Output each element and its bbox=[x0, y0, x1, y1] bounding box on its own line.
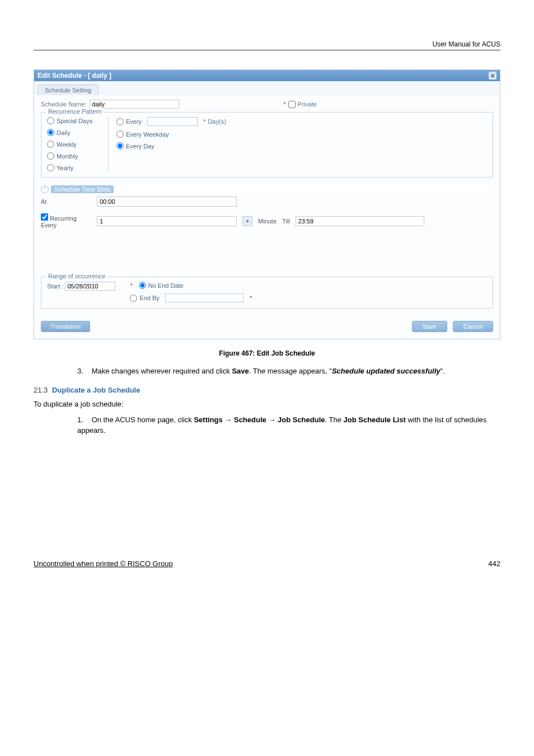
schedule-name-input[interactable] bbox=[90, 100, 179, 109]
t: Job Schedule bbox=[278, 416, 325, 424]
header-rule bbox=[34, 50, 500, 50]
figure-caption: Figure 467: Edit Job Schedule bbox=[34, 339, 500, 366]
radio-daily[interactable] bbox=[47, 129, 54, 136]
t: Make changes wherever required and click bbox=[92, 367, 232, 375]
footer-page-number: 442 bbox=[488, 559, 500, 568]
t: . The message appears, " bbox=[249, 367, 332, 375]
t: ". bbox=[441, 367, 445, 375]
t: On the ACUS home page, click bbox=[92, 416, 194, 424]
daily-label: Daily bbox=[57, 129, 70, 136]
time-slots-header: Schedule Time Slots bbox=[51, 185, 114, 193]
section-heading: 21.3 Duplicate a Job Schedule bbox=[34, 377, 500, 400]
every-weekday-label: Every Weekday bbox=[126, 131, 169, 138]
chevron-down-icon[interactable]: ▾ bbox=[242, 216, 252, 226]
radio-every-weekday[interactable] bbox=[116, 130, 124, 138]
t: → bbox=[266, 416, 278, 424]
private-label: Private bbox=[298, 101, 317, 108]
no-end-label: No End Date bbox=[148, 282, 184, 289]
step-1: 1. On the ACUS home page, click Settings… bbox=[34, 415, 500, 436]
dialog-tabs: Schedule Setting bbox=[34, 81, 500, 95]
every-label: Every bbox=[126, 118, 142, 125]
radio-weekly[interactable] bbox=[47, 141, 54, 148]
start-date-input[interactable] bbox=[65, 282, 115, 291]
range-legend: Range of occurrence bbox=[46, 273, 107, 279]
recurrence-legend: Recurrence Pattern bbox=[46, 108, 104, 115]
radio-every-day[interactable] bbox=[116, 142, 124, 150]
t: Save bbox=[232, 367, 249, 375]
radio-special-days[interactable] bbox=[47, 117, 54, 124]
dialog-title-bar: Edit Schedule - [ daily ] ✕ bbox=[34, 70, 500, 81]
footer-left: Uncontrolled when printed © RISCO Group bbox=[34, 559, 173, 568]
t: Job Schedule List bbox=[344, 416, 406, 424]
step-1-number: 1. bbox=[77, 415, 90, 426]
cancel-button[interactable]: Cancel bbox=[453, 321, 493, 332]
step-3: 3. Make changes wherever required and cl… bbox=[34, 366, 500, 377]
recurrence-pattern: Recurrence Pattern Special Days Daily We… bbox=[41, 112, 493, 178]
page-header: User Manual for ACUS bbox=[34, 40, 500, 50]
days-input[interactable] bbox=[147, 117, 198, 126]
start-label: Start : bbox=[47, 283, 63, 290]
dialog-title: Edit Schedule - [ daily ] bbox=[38, 72, 111, 80]
days-label: Day(s) bbox=[208, 118, 226, 125]
end-by-label: End By bbox=[139, 295, 159, 301]
section-title: Duplicate a Job Schedule bbox=[52, 386, 140, 394]
save-button[interactable]: Save bbox=[412, 321, 447, 332]
radio-no-end[interactable] bbox=[139, 282, 146, 289]
dialog-edit-schedule: Edit Schedule - [ daily ] ✕ Schedule Set… bbox=[34, 69, 500, 339]
tab-schedule-setting[interactable]: Schedule Setting bbox=[38, 85, 99, 95]
every-day-label: Every Day bbox=[126, 143, 154, 150]
t: → bbox=[223, 416, 234, 424]
schedule-name-label: Schedule Name: bbox=[41, 101, 86, 108]
private-checkbox[interactable] bbox=[288, 101, 296, 108]
radio-monthly[interactable] bbox=[47, 152, 54, 160]
radio-every-n[interactable] bbox=[116, 118, 124, 125]
range-of-occurrence: Range of occurrence Start : * No End Dat… bbox=[41, 277, 493, 309]
step-3-number: 3. bbox=[77, 366, 90, 377]
intro-text: To duplicate a job schedule: bbox=[34, 400, 500, 415]
yearly-label: Yearly bbox=[57, 165, 73, 171]
at-input[interactable] bbox=[97, 197, 237, 207]
minute-label: Minute bbox=[258, 218, 277, 225]
radio-end-by[interactable] bbox=[130, 295, 137, 302]
radio-yearly[interactable] bbox=[47, 164, 54, 171]
end-by-input[interactable] bbox=[165, 293, 243, 302]
t: Settings bbox=[194, 416, 222, 424]
translation-button[interactable]: Translation bbox=[41, 321, 90, 332]
till-input[interactable] bbox=[296, 216, 424, 226]
at-label: At bbox=[41, 198, 91, 205]
t: Schedule updated successfully bbox=[332, 367, 441, 375]
section-number: 21.3 bbox=[34, 386, 48, 394]
recurring-checkbox[interactable] bbox=[41, 213, 48, 221]
chevron-up-icon[interactable]: ˄ bbox=[41, 185, 49, 193]
till-label: Till bbox=[282, 218, 290, 225]
special-days-label: Special Days bbox=[57, 118, 92, 124]
t: Schedule bbox=[234, 416, 266, 424]
recurring-value-input[interactable] bbox=[97, 216, 237, 226]
monthly-label: Monthly bbox=[57, 153, 78, 160]
weekly-label: Weekly bbox=[57, 141, 77, 148]
t: . The bbox=[325, 416, 344, 424]
close-icon[interactable]: ✕ bbox=[489, 72, 496, 80]
required-mark: * bbox=[283, 101, 285, 108]
page-footer: Uncontrolled when printed © RISCO Group … bbox=[34, 436, 500, 568]
